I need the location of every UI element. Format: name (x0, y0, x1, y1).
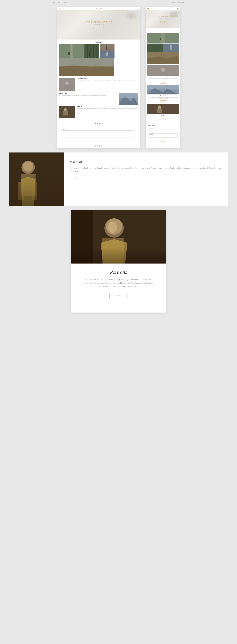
social-twitter-icon[interactable] (99, 146, 100, 146)
photo-forest (84, 44, 99, 58)
contact-name-input[interactable] (63, 126, 134, 128)
mobile-mountain-thumb (147, 85, 179, 94)
mobile-bw-title: B&W Collection (147, 76, 179, 78)
mobile-contact-submit[interactable]: SEND (160, 140, 166, 142)
portrait-left-image (9, 152, 64, 206)
mobile-mother-btn[interactable]: MORE (160, 100, 166, 102)
svg-rect-3 (126, 13, 136, 19)
svg-rect-65 (147, 104, 179, 114)
large-page-mockup: Portraits 'Yes, we went to school in the… (71, 210, 166, 312)
desktop-nav-icons (136, 8, 138, 9)
nav-social-icon-1 (136, 8, 136, 9)
svg-rect-32 (65, 85, 69, 89)
svg-rect-17 (106, 48, 107, 50)
desktop-nav-links: Gallery Portfolio (95, 8, 102, 9)
photo-col-right (100, 44, 115, 58)
svg-rect-70 (21, 174, 36, 196)
portraits-desc: Yes, we went to school in the sea, thoug… (77, 108, 138, 110)
mobile-bw-btn[interactable]: MORE (160, 82, 166, 84)
layout-labels: DESKTOP LAYOUT MOBILE LAYOUT (0, 0, 237, 4)
social-facebook-icon[interactable] (97, 146, 98, 146)
svg-point-74 (23, 161, 33, 172)
mobile-social-twitter[interactable] (161, 142, 162, 144)
photo-figure (100, 51, 115, 58)
hamburger-icon[interactable] (177, 8, 178, 10)
large-hero-image (71, 210, 166, 264)
mobile-contact-section: Get in touch SEND (146, 124, 180, 146)
contact-submit-btn[interactable]: SEND (94, 140, 103, 142)
svg-rect-72 (32, 182, 37, 200)
svg-point-20 (106, 52, 108, 54)
mobile-mountain-section: Mother Earth This is placeholder text th… (146, 84, 180, 103)
nav-link-gallery[interactable]: Gallery (95, 8, 98, 9)
bw-collection-desc: This is placeholder text that has been u… (77, 80, 138, 82)
svg-point-80 (108, 222, 117, 233)
mobile-photo-road (147, 33, 179, 43)
social-email-icon[interactable] (95, 146, 96, 146)
mobile-contact-message[interactable] (148, 134, 178, 138)
portraits-title: Portraits (77, 106, 138, 107)
svg-rect-21 (106, 54, 108, 56)
mobile-contact-name[interactable] (148, 128, 178, 130)
bw-collection-btn[interactable]: MORE (77, 83, 83, 85)
mobile-row-2 (147, 44, 179, 52)
large-page-content: Portraits 'Yes, we went to school in the… (71, 264, 166, 304)
photo-cliff (59, 58, 114, 76)
photo-row-2 (59, 58, 138, 76)
desktop-recent-works-title: Recent works (57, 40, 140, 44)
contact-email-input[interactable] (63, 128, 134, 130)
social-instagram-icon[interactable] (101, 146, 102, 146)
mobile-mother-title: Mother Earth (147, 95, 179, 96)
mobile-portraits-desc: Yes, we went to school in the sea, thoug… (147, 116, 179, 120)
nav-social-icon-2 (137, 8, 137, 9)
mobile-mother-desc: This is placeholder text that has been u… (147, 97, 179, 99)
portraits-page-btn[interactable]: MORE (70, 176, 83, 181)
svg-rect-71 (18, 182, 24, 200)
mobile-social-ig[interactable] (164, 142, 165, 144)
mother-earth-title: Mother Earth (59, 93, 117, 94)
mobile-contact-title: Get in touch (148, 125, 178, 126)
mobile-portraits-title: Portraits (147, 115, 179, 116)
portrait-thumb (59, 106, 75, 118)
nav-link-portfolio[interactable]: Portfolio (99, 8, 102, 9)
desktop-hero-btn[interactable]: DISCOVER (93, 27, 104, 29)
hero-content: Free portfolio template for photographer… (85, 20, 112, 29)
svg-rect-46 (160, 38, 161, 40)
mobile-hero-subtitle: for photographers (154, 18, 172, 19)
svg-point-31 (65, 82, 69, 85)
svg-rect-16 (106, 46, 107, 49)
desktop-contact-form (63, 126, 134, 138)
portraits-spread: Portraits Yes, we went to school in the … (0, 148, 237, 206)
desktop-mockup: Home Gallery Portfolio (57, 8, 140, 148)
mobile-social-fb[interactable] (162, 142, 163, 144)
portraits-item: Portraits Yes, we went to school in the … (59, 106, 138, 118)
mobile-hero-btn[interactable]: DISCOVER (159, 21, 167, 24)
desktop-photo-grid (57, 44, 140, 76)
svg-rect-54 (170, 47, 172, 50)
large-page-title: Portraits (83, 270, 154, 275)
svg-point-60 (161, 68, 165, 72)
mobile-hero-title: Free portfolio template (154, 16, 172, 18)
svg-rect-29 (59, 58, 114, 66)
mobile-contact-email[interactable] (148, 130, 178, 132)
large-page-btn[interactable]: MORE (109, 293, 128, 298)
svg-rect-18 (107, 48, 108, 50)
contact-message-input[interactable] (63, 132, 134, 138)
desktop-label: DESKTOP LAYOUT (52, 2, 67, 3)
svg-rect-47 (147, 44, 163, 52)
mountain-thumb (119, 93, 138, 105)
svg-point-66 (158, 106, 161, 109)
svg-rect-7 (68, 52, 70, 55)
mobile-hero: Free portfolio template for photographer… (146, 10, 180, 28)
mother-earth-btn[interactable]: MORE (59, 98, 65, 100)
svg-point-58 (161, 55, 162, 56)
mobile-nav (146, 8, 180, 10)
svg-rect-68 (9, 152, 64, 206)
svg-point-38 (64, 108, 67, 111)
svg-rect-8 (84, 44, 99, 58)
mobile-portraits-btn[interactable]: MORE (160, 121, 166, 123)
portraits-btn[interactable]: MORE (77, 112, 83, 114)
svg-rect-82 (71, 247, 166, 264)
photo-row-1 (59, 44, 138, 58)
svg-rect-67 (157, 109, 162, 113)
